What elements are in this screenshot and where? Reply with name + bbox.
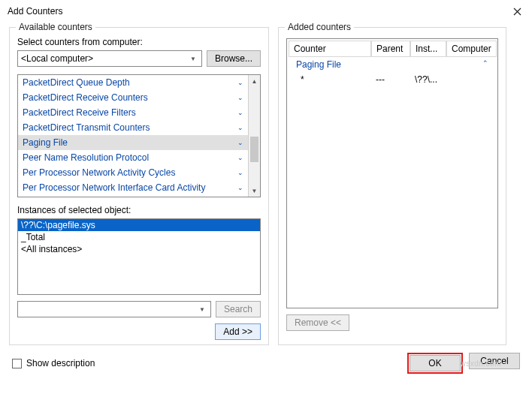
list-item[interactable]: _Total — [18, 231, 260, 243]
chevron-down-icon[interactable]: ⌄ — [237, 94, 243, 101]
added-counters-panel: Added counters Counter Parent Inst... Co… — [278, 27, 506, 345]
ok-button[interactable]: OK — [410, 355, 461, 371]
chevron-down-icon[interactable]: ⌄ — [237, 169, 243, 176]
chevron-down-icon[interactable]: ⌄ — [237, 154, 243, 161]
col-parent[interactable]: Parent — [371, 41, 410, 57]
col-computer[interactable]: Computer — [446, 41, 497, 57]
checkbox-icon[interactable] — [12, 359, 22, 368]
select-computer-label: Select counters from computer: — [17, 37, 261, 47]
search-combobox[interactable]: ▼ — [17, 301, 211, 317]
remove-button[interactable]: Remove << — [286, 314, 349, 331]
scrollbar[interactable]: ▲ ▼ — [248, 75, 260, 197]
table-group-header[interactable]: Paging File ⌃ — [289, 57, 496, 72]
added-counters-legend: Added counters — [285, 22, 354, 32]
counter-item[interactable]: PacketDirect Receive Filters⌄ — [18, 105, 248, 120]
counter-item[interactable]: PacketDirect Receive Counters⌄ — [18, 90, 248, 105]
table-header: Counter Parent Inst... Computer — [289, 41, 496, 57]
computer-combobox-value: <Local computer> — [21, 53, 93, 64]
list-item[interactable]: <All instances> — [18, 243, 260, 255]
chevron-down-icon[interactable]: ▼ — [197, 306, 207, 313]
browse-button[interactable]: Browse... — [207, 50, 261, 67]
computer-combobox[interactable]: <Local computer> ▼ — [17, 50, 202, 67]
list-item[interactable]: \??\C:\pagefile.sys — [18, 219, 260, 231]
chevron-down-icon[interactable]: ⌄ — [237, 79, 243, 86]
counter-item[interactable]: Peer Name Resolution Protocol⌄ — [18, 150, 248, 165]
scroll-up-icon[interactable]: ▲ — [249, 75, 260, 87]
counter-item[interactable]: PacketDirect Queue Depth⌄ — [18, 75, 248, 90]
watermark: wsxdn.com — [460, 359, 501, 368]
show-description-checkbox[interactable]: Show description — [12, 358, 95, 368]
available-counters-legend: Available counters — [16, 22, 95, 32]
chevron-down-icon[interactable]: ⌄ — [237, 124, 243, 131]
titlebar: Add Counters — [0, 0, 532, 23]
added-counters-table: Counter Parent Inst... Computer Paging F… — [286, 38, 498, 308]
table-row[interactable]: * --- \??\... — [289, 72, 496, 87]
ok-highlight: OK — [407, 353, 463, 374]
counter-item[interactable]: Paging File⌄ — [18, 135, 248, 150]
instances-listbox[interactable]: \??\C:\pagefile.sys _Total <All instance… — [17, 218, 261, 295]
instances-label: Instances of selected object: — [17, 205, 261, 215]
available-counters-panel: Available counters Select counters from … — [9, 27, 269, 345]
counter-item[interactable]: PacketDirect Transmit Counters⌄ — [18, 120, 248, 135]
chevron-down-icon[interactable]: ⌄ — [237, 109, 243, 116]
counter-item[interactable]: Per Processor Network Interface Card Act… — [18, 180, 248, 195]
add-button[interactable]: Add >> — [215, 323, 261, 340]
col-inst[interactable]: Inst... — [410, 41, 446, 57]
show-description-label: Show description — [26, 358, 95, 368]
scroll-down-icon[interactable]: ▼ — [249, 185, 260, 197]
window-title: Add Counters — [8, 6, 62, 17]
chevron-up-icon[interactable]: ⌃ — [482, 59, 488, 67]
scroll-thumb[interactable] — [250, 137, 258, 162]
close-icon[interactable] — [509, 4, 524, 19]
chevron-down-icon[interactable]: ⌄ — [237, 139, 243, 146]
chevron-down-icon[interactable]: ⌄ — [237, 184, 243, 191]
col-counter[interactable]: Counter — [289, 41, 371, 57]
search-button[interactable]: Search — [216, 301, 261, 317]
counters-listbox[interactable]: PacketDirect Queue Depth⌄ PacketDirect R… — [17, 74, 261, 197]
counter-item[interactable]: Per Processor Network Activity Cycles⌄ — [18, 165, 248, 180]
chevron-down-icon[interactable]: ▼ — [188, 56, 198, 62]
footer: Show description OK Cancel — [0, 348, 532, 378]
